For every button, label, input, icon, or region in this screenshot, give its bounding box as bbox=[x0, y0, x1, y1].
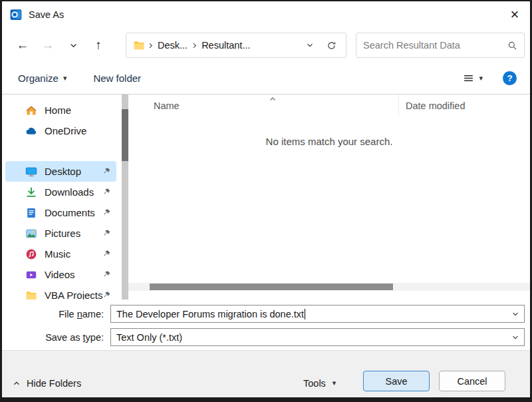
save-as-type-dropdown-icon[interactable] bbox=[507, 333, 524, 341]
sidebar-item-label: Pictures bbox=[45, 228, 80, 239]
caret-down-icon: ▾ bbox=[63, 74, 67, 83]
empty-message: No items match your search. bbox=[128, 136, 530, 147]
hide-folders-label: Hide Folders bbox=[27, 378, 81, 389]
file-list: Name Date modified No items match your s… bbox=[128, 95, 530, 300]
breadcrumb-separator-icon bbox=[145, 42, 156, 49]
caret-down-icon: ▾ bbox=[479, 74, 483, 83]
tools-label: Tools bbox=[303, 378, 326, 389]
tools-button[interactable]: Tools ▾ bbox=[303, 373, 336, 393]
file-name-row: File name: The Developer Forums migratio… bbox=[2, 305, 525, 323]
hide-folders-button[interactable]: Hide Folders bbox=[13, 373, 81, 393]
sidebar-scrollbar-thumb[interactable] bbox=[122, 109, 128, 161]
sidebar-item-vba-projects[interactable]: VBA Projects bbox=[5, 285, 116, 300]
text-cursor bbox=[305, 309, 305, 319]
search-icon bbox=[507, 41, 517, 51]
sidebar-item-videos[interactable]: Videos bbox=[5, 264, 116, 285]
pin-icon bbox=[102, 167, 111, 176]
column-name-label: Name bbox=[154, 100, 180, 111]
footer-bar: Hide Folders Tools ▾ Save Cancel bbox=[2, 350, 530, 397]
list-view-icon bbox=[463, 73, 474, 84]
close-button[interactable]: × bbox=[499, 1, 530, 28]
pin-icon bbox=[102, 291, 111, 300]
sidebar-item-pictures[interactable]: Pictures bbox=[5, 223, 116, 244]
sidebar-item-label: Downloads bbox=[45, 186, 94, 198]
videos-icon bbox=[25, 269, 37, 281]
help-button[interactable]: ? bbox=[503, 71, 517, 85]
address-dropdown-icon[interactable] bbox=[300, 41, 320, 49]
breadcrumb-separator-icon bbox=[189, 42, 200, 49]
save-as-type-select[interactable]: Text Only (*.txt) bbox=[110, 328, 525, 346]
sidebar-item-label: Documents bbox=[45, 207, 95, 218]
column-header-name[interactable]: Name bbox=[128, 95, 398, 116]
folder-icon bbox=[25, 290, 37, 300]
recent-locations-button[interactable] bbox=[61, 33, 86, 58]
column-date-label: Date modified bbox=[406, 100, 465, 111]
navigation-bar: ← → ↑ Desk... Resultant... bbox=[2, 28, 530, 63]
sidebar-item-downloads[interactable]: Downloads bbox=[5, 182, 116, 202]
command-toolbar: Organize ▾ New folder ▾ ? bbox=[2, 63, 530, 95]
title-bar: Save As × bbox=[2, 1, 530, 28]
dialog-content: Home OneDrive Desktop bbox=[2, 95, 530, 300]
horizontal-scrollbar-thumb[interactable] bbox=[150, 284, 393, 290]
sidebar-item-music[interactable]: Music bbox=[5, 244, 116, 264]
navigation-pane: Home OneDrive Desktop bbox=[2, 95, 128, 300]
pin-icon bbox=[102, 270, 111, 279]
sidebar-item-documents[interactable]: Documents bbox=[5, 202, 116, 223]
sort-ascending-icon bbox=[269, 95, 277, 103]
downloads-icon bbox=[25, 186, 37, 198]
breadcrumb-item-resultant-data[interactable]: Resultant... bbox=[200, 40, 251, 51]
pin-icon bbox=[102, 208, 111, 217]
up-button[interactable]: ↑ bbox=[86, 33, 111, 58]
chevron-up-icon bbox=[13, 379, 21, 387]
save-as-type-value: Text Only (*.txt) bbox=[116, 332, 182, 343]
sidebar-scrollbar[interactable] bbox=[122, 95, 128, 300]
organize-label: Organize bbox=[18, 73, 59, 84]
sidebar-item-label: Music bbox=[45, 248, 70, 260]
sidebar-item-label: VBA Projects bbox=[45, 290, 103, 300]
sidebar-item-desktop[interactable]: Desktop bbox=[5, 161, 116, 182]
address-bar[interactable]: Desk... Resultant... bbox=[126, 33, 346, 58]
horizontal-scrollbar[interactable] bbox=[128, 283, 530, 291]
save-as-type-row: Save as type: Text Only (*.txt) bbox=[2, 328, 525, 346]
cancel-button[interactable]: Cancel bbox=[439, 371, 505, 391]
search-input[interactable] bbox=[363, 40, 507, 51]
search-box[interactable] bbox=[356, 33, 525, 58]
sidebar-item-onedrive[interactable]: OneDrive bbox=[5, 120, 116, 141]
file-name-dropdown-icon[interactable] bbox=[507, 310, 524, 318]
folder-icon bbox=[133, 39, 145, 51]
breadcrumb-item-desktop[interactable]: Desk... bbox=[156, 40, 189, 51]
onedrive-icon bbox=[25, 125, 37, 137]
pin-icon bbox=[102, 229, 111, 238]
save-as-dialog: Save As × ← → ↑ Desk... Resultant... bbox=[0, 0, 532, 402]
list-header: Name Date modified bbox=[128, 95, 530, 116]
music-icon bbox=[25, 248, 37, 260]
back-button[interactable]: ← bbox=[10, 33, 35, 58]
home-icon bbox=[25, 104, 37, 116]
pin-icon bbox=[102, 250, 111, 258]
refresh-icon[interactable] bbox=[320, 41, 342, 51]
forward-button[interactable]: → bbox=[35, 33, 61, 58]
window-title: Save As bbox=[29, 9, 64, 20]
documents-icon bbox=[25, 207, 37, 219]
change-view-button[interactable]: ▾ bbox=[463, 73, 483, 84]
fields-area: File name: The Developer Forums migratio… bbox=[2, 300, 530, 350]
column-header-date-modified[interactable]: Date modified bbox=[398, 95, 530, 116]
new-folder-label: New folder bbox=[93, 73, 141, 84]
sidebar-item-label: OneDrive bbox=[45, 125, 86, 136]
save-button[interactable]: Save bbox=[363, 371, 430, 391]
file-name-input[interactable]: The Developer Forums migration is done.t… bbox=[110, 305, 525, 323]
organize-button[interactable]: Organize ▾ bbox=[18, 73, 66, 84]
desktop-icon bbox=[25, 166, 37, 178]
sidebar-item-label: Videos bbox=[45, 269, 75, 280]
pictures-icon bbox=[25, 228, 37, 240]
sidebar-item-home[interactable]: Home bbox=[5, 100, 116, 120]
sidebar-item-label: Desktop bbox=[45, 166, 81, 177]
file-name-value: The Developer Forums migration is done.t… bbox=[116, 309, 304, 319]
pin-icon bbox=[102, 188, 111, 196]
save-as-type-label: Save as type: bbox=[2, 332, 108, 343]
sidebar-item-label: Home bbox=[45, 104, 71, 116]
outlook-app-icon bbox=[10, 9, 22, 21]
new-folder-button[interactable]: New folder bbox=[93, 73, 141, 84]
caret-down-icon: ▾ bbox=[332, 379, 336, 387]
toolbar-right-group: ▾ ? bbox=[463, 71, 517, 85]
